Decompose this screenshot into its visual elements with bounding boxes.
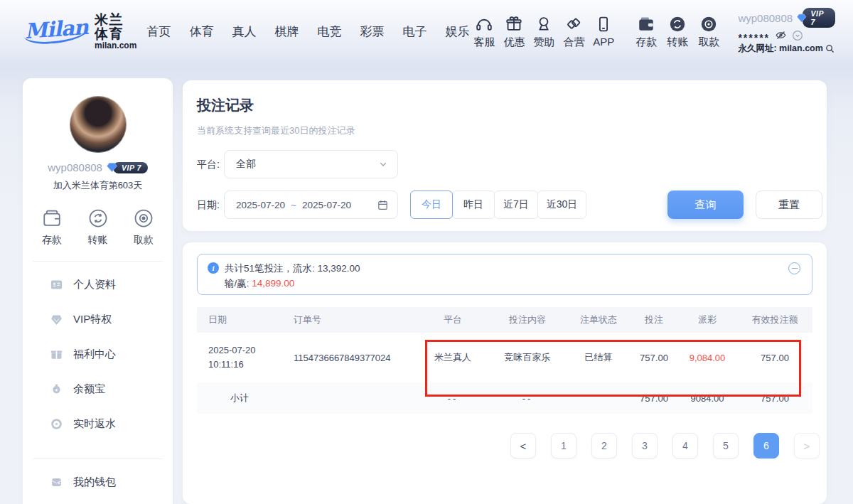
magnifier-icon[interactable]	[825, 43, 835, 54]
sidebar-username-text: wyp080808	[48, 161, 102, 173]
quick-icons-group: 客服 优惠 赞助 合营	[469, 14, 618, 49]
nav-item-entertainment[interactable]: 娱乐	[445, 23, 469, 40]
gem-icon	[106, 162, 118, 173]
summary-banner: i 共计51笔投注，流水: 13,392.00 输/赢: 14,899.00	[197, 254, 812, 295]
sidebar-vip-level-text: VIP 7	[113, 162, 148, 173]
range-today-button[interactable]: 今日	[410, 191, 453, 219]
nav-item-home[interactable]: 首页	[146, 23, 171, 40]
sidebar-menu-wallet: 我的钱包	[23, 462, 173, 503]
eye-off-icon[interactable]	[775, 29, 787, 41]
date-separator: ~	[291, 200, 296, 210]
sidebar-withdraw-button[interactable]: 取款	[133, 208, 154, 247]
id-card-icon	[50, 278, 63, 291]
table-row: 2025-07-20 10:11:16 1154736667849377024 …	[197, 333, 812, 382]
sidebar-transfer-button[interactable]: 转账	[87, 208, 109, 247]
page-button-2[interactable]: 2	[591, 433, 617, 459]
platform-select[interactable]: 全部	[224, 150, 398, 178]
app-download-button[interactable]: APP	[589, 14, 618, 49]
sidebar: wyp080808 VIP 7 加入米兰体育第603天 存款 转账	[23, 78, 173, 504]
platform-label: 平台:	[197, 159, 220, 171]
masked-balance-text: ******	[738, 30, 770, 41]
cell-date: 2025-07-20 10:11:16	[197, 343, 282, 372]
summary-loss-line: 输/赢: 14,899.00	[225, 276, 360, 291]
range-yesterday-button[interactable]: 昨日	[452, 191, 495, 219]
subtotal-content: --	[488, 393, 567, 404]
sidebar-deposit-button[interactable]: 存款	[41, 208, 63, 247]
sidebar-item-rebate[interactable]: 实时返水	[23, 407, 173, 441]
page-title: 投注记录	[197, 96, 254, 115]
gem-icon	[50, 313, 63, 326]
site-logo[interactable]: Milan 米兰体育 milan.com	[23, 13, 136, 50]
top-header: Milan 米兰体育 milan.com 首页 体育 真人 棋牌 电竞 彩票 电…	[0, 0, 853, 63]
platform-select-value: 全部	[236, 158, 256, 171]
page-button-6-active[interactable]: 6	[753, 433, 779, 459]
wallet-outline-icon	[41, 208, 63, 229]
cell-platform: 米兰真人	[417, 351, 488, 364]
sidebar-vip-badge: VIP 7	[106, 162, 148, 173]
deposit-button[interactable]: 存款	[631, 14, 661, 49]
customer-service-button[interactable]: 客服	[469, 14, 499, 49]
vip-badge: VIP 7	[796, 8, 835, 28]
range-30days-button[interactable]: 近30日	[537, 191, 587, 219]
nav-item-live[interactable]: 真人	[232, 23, 256, 40]
page-button-5[interactable]: 5	[713, 433, 739, 459]
cell-status: 已结算	[567, 351, 631, 364]
nav-item-slots[interactable]: 电子	[402, 23, 426, 40]
date-label: 日期:	[197, 199, 220, 212]
promotions-button[interactable]: 优惠	[499, 14, 529, 49]
sidebar-item-vip[interactable]: VIP特权	[23, 302, 173, 337]
user-info-block[interactable]: wyp080808 VIP 7 ****** 永久网址: milan.com	[738, 8, 835, 55]
col-order: 订单号	[282, 313, 417, 326]
permanent-url-text: 永久网址: milan.com	[738, 43, 822, 55]
moneybag-icon	[50, 382, 63, 396]
page-button-4[interactable]: 4	[672, 433, 698, 459]
loss-win-value: 14,899.00	[252, 278, 294, 289]
wallet-icons-group: 存款 转账 取款	[631, 14, 724, 49]
prev-page-button[interactable]: <	[510, 433, 536, 459]
nav-item-esports[interactable]: 电竞	[317, 23, 341, 40]
sidebar-quick-actions: 存款 转账 取款	[23, 208, 173, 247]
withdraw-filled-icon	[699, 14, 718, 33]
sidebar-item-my-wallet[interactable]: 我的钱包	[23, 465, 173, 500]
nav-item-sports[interactable]: 体育	[189, 23, 213, 40]
next-page-button[interactable]: >	[794, 433, 820, 459]
sidebar-item-yuebao[interactable]: 余额宝	[23, 372, 173, 407]
col-bet: 投注	[631, 313, 677, 326]
headset-icon	[475, 14, 493, 33]
transfer-filled-icon	[668, 14, 687, 33]
date-range-input[interactable]: 2025-07-20 ~ 2025-07-20	[224, 191, 398, 219]
withdraw-button[interactable]: 取款	[694, 14, 724, 49]
info-icon: i	[208, 262, 219, 274]
nav-item-lottery[interactable]: 彩票	[360, 23, 384, 40]
calendar-icon	[377, 199, 389, 211]
range-7days-button[interactable]: 近7日	[494, 191, 538, 219]
joined-days-text: 加入米兰体育第603天	[23, 179, 173, 192]
subtotal-payout: 9084.00	[677, 393, 737, 404]
partnership-button[interactable]: 合营	[559, 14, 589, 49]
nav-item-cards[interactable]: 棋牌	[274, 23, 299, 40]
chevron-circle-icon[interactable]	[792, 30, 803, 41]
subtotal-valid: 757.00	[737, 393, 812, 404]
sidebar-item-profile[interactable]: 个人资料	[23, 267, 173, 302]
sidebar-item-welfare[interactable]: 福利中心	[23, 337, 173, 372]
pagination: < 1 2 3 4 5 6 >	[510, 433, 820, 459]
summary-totals-text: 共计51笔投注，流水: 13,392.00	[225, 261, 360, 276]
betting-records-page: Milan 米兰体育 milan.com 首页 体育 真人 棋牌 电竞 彩票 电…	[0, 0, 853, 504]
page-button-3[interactable]: 3	[632, 433, 658, 459]
collapse-minus-icon[interactable]	[788, 262, 800, 274]
subtotal-platform: --	[417, 393, 488, 404]
page-button-1[interactable]: 1	[551, 433, 576, 459]
handshake-icon	[564, 14, 583, 33]
transfer-button[interactable]: 转账	[662, 14, 692, 49]
table-header-row: 日期 订单号 平台 投注内容 注单状态 投注 派彩 有效投注额	[197, 307, 812, 333]
subtotal-row: 小计 -- -- 757.00 9084.00 757.00	[197, 382, 812, 414]
records-card: i 共计51笔投注，流水: 13,392.00 输/赢: 14,899.00 日…	[183, 242, 827, 504]
cell-valid: 757.00	[737, 353, 812, 363]
date-start-value: 2025-07-20	[236, 200, 285, 210]
logo-script-text: Milan	[23, 17, 90, 45]
reset-button[interactable]: 重置	[756, 191, 822, 219]
page-subtitle: 当前系统支持查询最近30日的投注记录	[197, 124, 355, 137]
phone-icon	[594, 14, 613, 33]
sponsorship-button[interactable]: 赞助	[529, 14, 559, 49]
query-button[interactable]: 查询	[667, 191, 744, 219]
